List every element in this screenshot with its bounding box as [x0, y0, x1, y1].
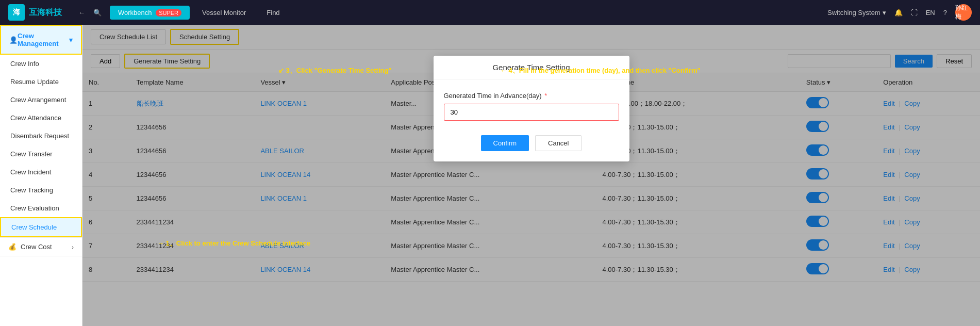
- sidebar: 👤 Crew Management ▾ Crew Info Resume Upd…: [0, 25, 82, 326]
- modal-field-label: Generated Time in Advance(day) *: [444, 92, 619, 100]
- help-icon[interactable]: ?: [943, 9, 947, 17]
- chevron-down-icon: ▾: [883, 9, 886, 17]
- generated-time-input[interactable]: [444, 104, 619, 121]
- nav-tab-find[interactable]: Find: [258, 6, 288, 20]
- logo: 海 互海科技: [8, 4, 70, 21]
- nav-back[interactable]: ←: [78, 9, 85, 17]
- sidebar-item-crew-incident[interactable]: Crew Incident: [0, 163, 82, 181]
- modal-footer: Confirm Cancel: [434, 129, 629, 161]
- fullscreen-icon[interactable]: ⛶: [911, 9, 918, 17]
- chevron-down-icon: ▾: [69, 36, 73, 44]
- sidebar-item-crew-transfer[interactable]: Crew Transfer: [0, 145, 82, 163]
- language-selector[interactable]: EN: [926, 9, 935, 17]
- main-layout: 👤 Crew Management ▾ Crew Info Resume Upd…: [0, 25, 980, 326]
- generate-time-setting-modal: Generate Time Setting Generated Time in …: [434, 56, 629, 161]
- sidebar-crew-management-group: 👤 Crew Management ▾ Crew Info Resume Upd…: [0, 25, 82, 238]
- nav-tab-workbench[interactable]: Workbench SUPER: [110, 6, 190, 20]
- crew-cost-icon: 💰: [8, 243, 16, 251]
- logo-text: 互海科技: [29, 7, 62, 18]
- sidebar-item-crew-attendance[interactable]: Crew Attendance: [0, 109, 82, 127]
- content-area: Crew Schedule List Schedule Setting Add …: [82, 25, 980, 326]
- nav-right-area: Switching System ▾ 🔔 ⛶ EN ? 孙红梅: [827, 4, 972, 21]
- logo-icon: 海: [8, 4, 25, 21]
- crew-management-icon: 👤: [9, 36, 18, 44]
- sidebar-item-crew-arrangement[interactable]: Crew Arrangement: [0, 91, 82, 109]
- sidebar-item-crew-evaluation[interactable]: Crew Evaluation: [0, 199, 82, 217]
- sidebar-item-resume-update[interactable]: Resume Update: [0, 73, 82, 91]
- cancel-button[interactable]: Cancel: [535, 135, 582, 151]
- nav-tab-vessel-monitor[interactable]: Vessel Monitor: [194, 6, 254, 20]
- sidebar-item-crew-tracking[interactable]: Crew Tracking: [0, 181, 82, 199]
- modal-body: Generated Time in Advance(day) *: [434, 79, 629, 129]
- modal-title: Generate Time Setting: [434, 56, 629, 79]
- sidebar-item-crew-info[interactable]: Crew Info: [0, 55, 82, 73]
- nav-tabs: Workbench SUPER Vessel Monitor Find: [110, 6, 819, 20]
- sidebar-item-crew-schedule[interactable]: Crew Schedule: [0, 217, 82, 237]
- back-icon[interactable]: ←: [78, 9, 85, 17]
- notification-icon[interactable]: 🔔: [894, 9, 903, 17]
- confirm-button[interactable]: Confirm: [481, 135, 529, 151]
- sidebar-group-header-crew-management[interactable]: 👤 Crew Management ▾: [0, 25, 82, 55]
- chevron-right-icon: ›: [72, 244, 74, 250]
- system-switcher[interactable]: Switching System ▾: [827, 9, 886, 17]
- sidebar-item-crew-cost[interactable]: 💰 Crew Cost ›: [0, 238, 82, 256]
- avatar[interactable]: 孙红梅: [955, 4, 972, 21]
- modal-overlay: Generate Time Setting Generated Time in …: [82, 25, 980, 326]
- search-nav-icon[interactable]: 🔍: [93, 9, 102, 17]
- top-navigation: 海 互海科技 ← 🔍 Workbench SUPER Vessel Monito…: [0, 0, 980, 25]
- sidebar-group-label: Crew Management: [18, 32, 69, 47]
- sidebar-item-disembark-request[interactable]: Disembark Request: [0, 127, 82, 145]
- required-indicator: *: [544, 92, 547, 100]
